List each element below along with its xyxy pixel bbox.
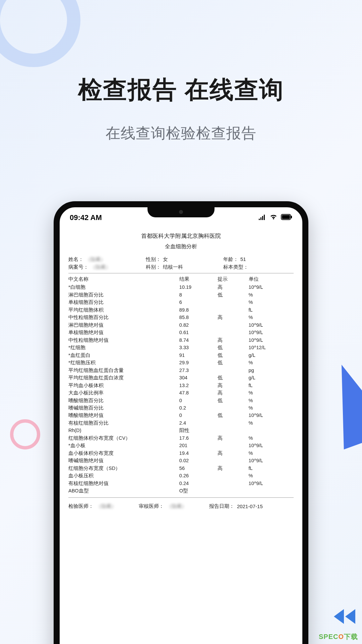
cell-name: 平均血小板体积 xyxy=(68,382,179,389)
cell-result: 2.4 xyxy=(179,419,218,427)
cell-unit: 10^9/L xyxy=(249,321,294,329)
watermark-accent: O xyxy=(338,633,344,640)
table-row: 平均血小板体积13.2高fL xyxy=(68,382,294,389)
cell-flag: 高 xyxy=(218,434,249,442)
cell-result: 3.33 xyxy=(179,344,218,351)
cell-result: 8 xyxy=(179,291,218,299)
table-row: 嗜酸细胞百分比0低% xyxy=(68,397,294,404)
table-header: 中文名称 结果 提示 单位 xyxy=(68,275,294,283)
cell-result: 13.2 xyxy=(179,382,218,389)
hospital-name: 首都医科大学附属北京胸科医院 xyxy=(68,232,294,240)
cell-flag: 低 xyxy=(218,344,249,351)
cell-unit: 10^9/L xyxy=(249,480,294,487)
cell-unit: pg xyxy=(249,367,294,374)
cell-flag: 高 xyxy=(218,382,249,389)
footer-doctor: （隐藏） xyxy=(96,503,116,509)
table-row: 有核红细胞绝对值0.2410^9/L xyxy=(68,480,294,487)
cell-result: 0.61 xyxy=(179,329,218,336)
report-type: 全血细胞分析 xyxy=(68,243,294,250)
cell-unit: 10^9/L xyxy=(249,283,294,291)
phone-notch xyxy=(147,207,215,217)
label-name: 姓名： xyxy=(68,256,83,263)
table-row: 淋巴细胞绝对值0.8210^9/L xyxy=(68,321,294,329)
cell-flag: 低 xyxy=(218,374,249,381)
cell-result: 6 xyxy=(179,299,218,306)
cell-unit: % xyxy=(249,397,294,404)
cell-name: 平均红细胞血红蛋白含量 xyxy=(68,367,179,374)
cell-name: 单核细胞百分比 xyxy=(68,299,179,306)
cell-result: 85.8 xyxy=(179,314,218,321)
cell-name: 有核红细胞百分比 xyxy=(68,419,179,427)
table-row: 平均红细胞体积89.8fL xyxy=(68,306,294,314)
table-row: ABO血型O型 xyxy=(68,487,294,494)
cell-result: 304 xyxy=(179,374,218,381)
watermark-suffix: 下载 xyxy=(344,633,358,640)
cell-name: *血小板 xyxy=(68,442,179,449)
cell-name: *红细胞压积 xyxy=(68,359,179,366)
cell-flag xyxy=(218,442,249,449)
cell-unit: % xyxy=(249,291,294,299)
col-name: 中文名称 xyxy=(68,275,179,283)
cell-result: 0.2 xyxy=(179,404,218,412)
cell-result: 0.02 xyxy=(179,457,218,464)
cell-unit: g/L xyxy=(249,352,294,359)
battery-icon xyxy=(281,213,292,222)
label-case: 病案号： xyxy=(68,264,88,270)
cell-flag: 低 xyxy=(218,397,249,404)
patient-case-no: （隐藏） xyxy=(90,264,111,270)
label-gender: 性别： xyxy=(146,256,161,263)
cell-name: 平均红细胞体积 xyxy=(68,306,179,314)
hero-subtitle: 在线查询检验检查报告 xyxy=(0,123,362,143)
decorative-arrows xyxy=(334,609,355,624)
cell-result: 0 xyxy=(179,397,218,404)
lab-report[interactable]: 首都医科大学附属北京胸科医院 全血细胞分析 姓名：（隐藏） 性别：女 年龄：51… xyxy=(60,225,302,516)
table-row: 血小板体积分布宽度19.4高% xyxy=(68,449,294,457)
cell-flag: 高 xyxy=(218,336,249,344)
cell-flag xyxy=(218,427,249,434)
cell-result: 8.74 xyxy=(179,336,218,344)
cell-unit: % xyxy=(249,299,294,306)
table-row: 中性粒细胞百分比85.8高% xyxy=(68,314,294,321)
table-row: 大血小板比例率47.8高% xyxy=(68,389,294,396)
cell-flag: 高 xyxy=(218,314,249,321)
cell-unit: fL xyxy=(249,465,294,472)
cell-result: 47.8 xyxy=(179,389,218,396)
table-row: 嗜碱细胞百分比0.2% xyxy=(68,404,294,412)
table-row: 血小板压积0.26% xyxy=(68,472,294,479)
cell-result: 阳性 xyxy=(179,427,218,434)
patient-dept: 结核一科 xyxy=(163,264,183,270)
signal-icon xyxy=(258,213,266,222)
cell-name: 嗜酸细胞百分比 xyxy=(68,397,179,404)
table-row: 有核红细胞百分比2.4% xyxy=(68,419,294,427)
cell-name: 嗜碱细胞百分比 xyxy=(68,404,179,412)
cell-flag: 低 xyxy=(218,412,249,419)
cell-unit: 10^9/L xyxy=(249,329,294,336)
cell-unit: 10^9/L xyxy=(249,336,294,344)
cell-name: 有核红细胞绝对值 xyxy=(68,480,179,487)
cell-flag: 高 xyxy=(218,283,249,291)
table-row: *红细胞3.33低10^12/L xyxy=(68,344,294,351)
col-flag: 提示 xyxy=(218,275,249,283)
cell-unit: % xyxy=(249,449,294,457)
cell-result: 89.8 xyxy=(179,306,218,314)
cell-flag xyxy=(218,480,249,487)
cell-name: 中性粒细胞百分比 xyxy=(68,314,179,321)
cell-flag xyxy=(218,457,249,464)
table-row: 平均红细胞血红蛋白含量27.3pg xyxy=(68,367,294,374)
watermark: SPECO下载 xyxy=(319,632,358,641)
cell-name: 单核细胞绝对值 xyxy=(68,329,179,336)
table-row: 嗜碱细胞绝对值0.0210^9/L xyxy=(68,457,294,464)
label-doctor: 检验医师： xyxy=(68,503,94,509)
cell-flag xyxy=(218,306,249,314)
cell-result: 27.3 xyxy=(179,367,218,374)
table-row: 红细胞分布宽度（SD）56高fL xyxy=(68,465,294,472)
cell-result: 0 xyxy=(179,412,218,419)
label-date: 报告日期： xyxy=(209,503,234,509)
cell-flag xyxy=(218,404,249,412)
cell-result: 29.9 xyxy=(179,359,218,366)
table-row: *血小板20110^9/L xyxy=(68,442,294,449)
cell-flag xyxy=(218,329,249,336)
cell-flag xyxy=(218,419,249,427)
table-row: 淋巴细胞百分比8低% xyxy=(68,291,294,299)
cell-name: ABO血型 xyxy=(68,487,179,494)
